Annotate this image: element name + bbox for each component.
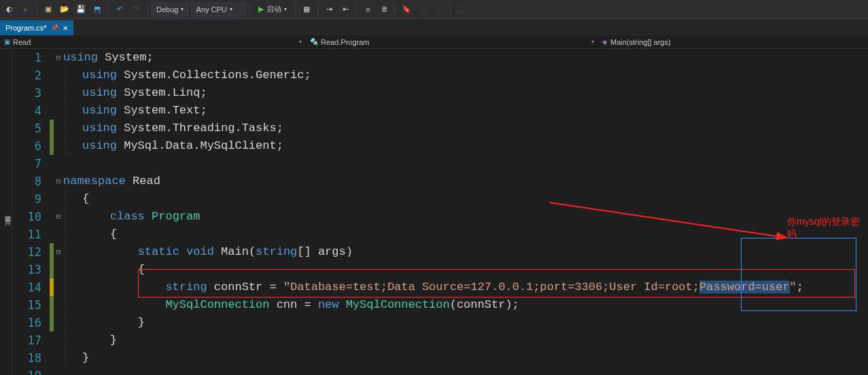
annotation-text: 你mysql的登录密码 bbox=[787, 216, 868, 240]
toolbar-icon[interactable]: ⬚ bbox=[416, 3, 430, 16]
fold-toggle[interactable]: ⊟ bbox=[54, 208, 63, 226]
tab-filename: Program.cs* bbox=[5, 24, 47, 32]
chevron-down-icon: ▾ bbox=[284, 6, 287, 12]
fold-toggle[interactable]: ⊟ bbox=[54, 173, 63, 190]
code-line[interactable]: 11 { bbox=[12, 226, 868, 243]
code-editor[interactable]: 1 ⊟ using System; 2 using System.Collect… bbox=[12, 49, 868, 375]
method-icon: ◈ bbox=[602, 38, 608, 46]
toolbar-icon[interactable]: ▦ bbox=[300, 3, 313, 16]
code-line[interactable]: 17 } bbox=[12, 332, 868, 349]
code-line[interactable]: 4 using System.Text; bbox=[12, 102, 868, 120]
code-line[interactable]: 6 using MySql.Data.MySqlClient; bbox=[12, 137, 868, 155]
code-line[interactable]: 12 ⊟ static void Main(string[] args) bbox=[12, 243, 868, 261]
csharp-icon: ▣ bbox=[4, 38, 10, 46]
selected-text: Password=user bbox=[699, 281, 790, 293]
line-number: 1 bbox=[12, 49, 50, 67]
line-number: 7 bbox=[12, 155, 50, 173]
code-line[interactable]: 2 using System.Collections.Generic; bbox=[12, 67, 868, 84]
toolbar-icon[interactable]: ⬚ bbox=[432, 3, 446, 16]
left-tool-margin[interactable]: 器服资源管理 工具 bbox=[0, 49, 12, 375]
open-file-icon[interactable]: 📂 bbox=[58, 3, 71, 16]
editor-area: 器服资源管理 工具 1 ⊟ using System; 2 using Syst… bbox=[0, 49, 868, 375]
platform-dropdown[interactable]: Any CPU ▾ bbox=[191, 3, 245, 16]
line-number: 16 bbox=[12, 314, 50, 332]
code-line[interactable]: 10 ⊟ class Program bbox=[12, 208, 868, 226]
line-number: 9 bbox=[12, 190, 50, 208]
play-icon: ▶ bbox=[258, 5, 264, 14]
line-number: 18 bbox=[12, 349, 50, 367]
line-number: 5 bbox=[12, 120, 50, 137]
nav-back-button[interactable]: ◐ bbox=[3, 3, 16, 16]
fold-toggle[interactable]: ⊟ bbox=[54, 49, 63, 67]
chevron-down-icon: ▾ bbox=[230, 6, 232, 12]
outdent-icon[interactable]: ≣ bbox=[377, 3, 391, 16]
crumb-text: Main(string[] args) bbox=[610, 38, 671, 46]
code-line[interactable]: 7 bbox=[12, 155, 868, 173]
code-line[interactable]: 9 { bbox=[12, 190, 868, 208]
redo-button[interactable]: ↷ bbox=[129, 3, 143, 16]
step-out-icon[interactable]: ⇤ bbox=[338, 3, 352, 16]
code-line[interactable]: 14 string connStr = "Database=test;Data … bbox=[12, 279, 868, 296]
crumb-namespace[interactable]: ▣ Read ▾ bbox=[0, 38, 306, 46]
config-value: Debug bbox=[156, 5, 178, 14]
code-line[interactable]: 18 } bbox=[12, 349, 868, 367]
code-line[interactable]: 19 bbox=[12, 367, 868, 375]
undo-button[interactable]: ↶ bbox=[113, 3, 126, 16]
line-number: 3 bbox=[12, 84, 50, 102]
line-number: 12 bbox=[12, 243, 50, 261]
start-debug-button[interactable]: ▶ 启动 ▾ bbox=[254, 4, 291, 14]
line-number: 14 bbox=[12, 279, 50, 296]
save-all-icon[interactable]: ⬒ bbox=[90, 3, 104, 16]
indent-icon[interactable]: ≡ bbox=[361, 3, 375, 16]
line-number: 17 bbox=[12, 332, 50, 349]
chevron-down-icon: ▾ bbox=[591, 39, 594, 45]
chevron-down-icon: ▾ bbox=[299, 39, 302, 45]
line-number: 11 bbox=[12, 226, 50, 243]
crumb-class[interactable]: 🔩 Read.Program ▾ bbox=[306, 38, 598, 46]
start-label: 启动 bbox=[266, 4, 281, 14]
pin-icon[interactable]: 📌 bbox=[51, 24, 58, 31]
crumb-text: Read.Program bbox=[321, 38, 370, 46]
platform-value: Any CPU bbox=[196, 5, 226, 14]
code-line[interactable]: 16 } bbox=[12, 314, 868, 332]
close-icon[interactable]: ✕ bbox=[63, 24, 68, 32]
code-line[interactable]: 1 ⊟ using System; bbox=[12, 49, 868, 67]
breadcrumb: ▣ Read ▾ 🔩 Read.Program ▾ ◈ Main(string[… bbox=[0, 35, 868, 49]
new-project-icon[interactable]: ▣ bbox=[41, 3, 55, 16]
file-tab-program[interactable]: Program.cs* 📌 ✕ bbox=[0, 20, 73, 35]
fold-toggle[interactable]: ⊟ bbox=[54, 243, 63, 261]
nav-fwd-button[interactable]: ▸ bbox=[19, 3, 33, 16]
config-dropdown[interactable]: Debug ▾ bbox=[152, 3, 188, 16]
tab-bar: Program.cs* 📌 ✕ bbox=[0, 19, 868, 35]
line-number: 6 bbox=[12, 137, 50, 155]
code-line[interactable]: 5 using System.Threading.Tasks; bbox=[12, 120, 868, 137]
main-toolbar: ◐ ▸ ▣ 📂 💾 ⬒ ↶ ↷ Debug ▾ Any CPU ▾ ▶ 启动 ▾… bbox=[0, 0, 868, 19]
save-icon[interactable]: 💾 bbox=[74, 3, 88, 16]
line-number: 10 bbox=[12, 208, 50, 226]
code-line[interactable]: 3 using System.Linq; bbox=[12, 84, 868, 102]
code-line[interactable]: 13 { bbox=[12, 261, 868, 279]
code-line[interactable]: 8 ⊟ namespace Read bbox=[12, 173, 868, 190]
crumb-text: Read bbox=[13, 38, 31, 46]
crumb-method[interactable]: ◈ Main(string[] args) bbox=[598, 38, 675, 46]
toolbar-icon[interactable]: ⬚ bbox=[455, 3, 468, 16]
line-number: 2 bbox=[12, 67, 50, 84]
code-line[interactable]: 15 MySqlConnection cnn = new MySqlConnec… bbox=[12, 296, 868, 314]
line-number: 4 bbox=[12, 102, 50, 120]
bookmark-icon[interactable]: 🔖 bbox=[400, 3, 413, 16]
line-number: 15 bbox=[12, 296, 50, 314]
line-number: 8 bbox=[12, 173, 50, 190]
line-number: 13 bbox=[12, 261, 50, 279]
step-icon[interactable]: ⇥ bbox=[322, 3, 336, 16]
line-number: 19 bbox=[12, 367, 50, 375]
chevron-down-icon: ▾ bbox=[181, 6, 184, 12]
class-icon: 🔩 bbox=[310, 38, 318, 46]
